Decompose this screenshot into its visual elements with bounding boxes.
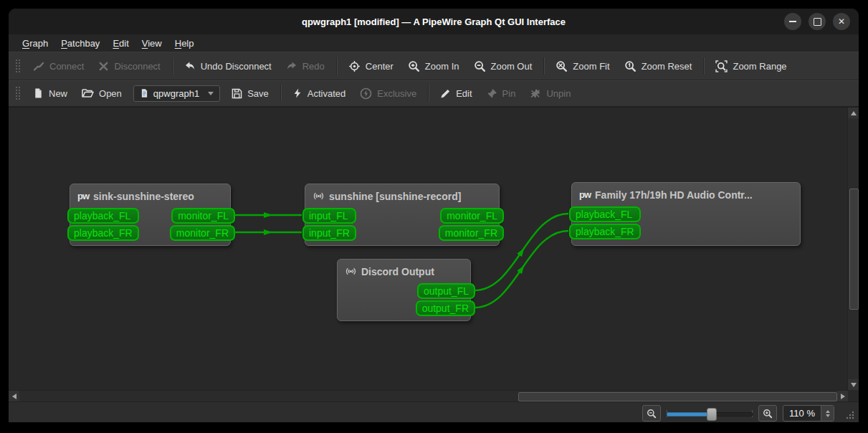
close-icon: ✕ [838,16,845,27]
wire-arrow [517,264,526,274]
scroll-down-button[interactable] [848,379,859,390]
port-monitor-fl[interactable]: monitor_FL [440,208,504,224]
unpin-button[interactable]: Unpin [523,85,578,103]
port-output-fr[interactable]: output_FR [416,300,475,316]
node-discord-output[interactable]: Discord Output output_FL output_FR [337,259,471,321]
toolbar-separator [280,85,281,102]
menu-patchbay[interactable]: Patchbay [54,37,106,50]
graph-canvas[interactable]: pw sink-sunshine-stereo playback_FL play… [9,107,859,401]
zoom-slider-handle[interactable] [707,408,717,421]
port-playback-fr[interactable]: playback_FR [67,225,139,241]
port-input-fl[interactable]: input_FL [302,208,356,224]
toolbar-separator [703,57,704,75]
undo-button[interactable]: Undo Disconnect [177,57,279,75]
maximize-button[interactable] [809,13,826,30]
undo-icon [184,60,196,72]
toolbar-drag-handle[interactable] [15,86,21,100]
menu-edit[interactable]: Edit [106,37,135,50]
node-title: Family 17h/19h HD Audio Contr... [595,189,753,201]
connect-button[interactable]: Connect [26,57,91,75]
statusbar-zoom-out-button[interactable] [642,405,661,422]
port-monitor-fl[interactable]: monitor_FL [171,208,235,224]
app-window: qpwgraph1 [modified] — A PipeWire Graph … [9,9,859,422]
vertical-scrollbar-thumb[interactable] [849,189,859,310]
horizontal-scrollbar[interactable] [9,390,848,401]
port-output-fl[interactable]: output_FL [417,283,475,299]
maximize-icon [814,18,821,26]
arrow-up-icon [851,111,857,115]
port-playback-fl[interactable]: playback_FL [569,206,641,222]
graph-toolbar: Connect Disconnect Undo Disconnect Redo … [9,52,859,80]
open-folder-icon [82,87,94,99]
resize-grip[interactable] [845,410,855,420]
activated-toggle[interactable]: Activated [285,84,353,103]
zoom-reset-icon [624,60,636,72]
zoom-percent-spinbox[interactable]: 110 % [783,405,834,422]
port-monitor-fr[interactable]: monitor_FR [170,225,235,241]
wire-arrow [264,212,272,218]
zoom-out-button[interactable]: Zoom Out [467,57,540,76]
close-button[interactable]: ✕ [833,13,850,30]
spinbox-buttons[interactable] [821,406,834,421]
menu-view[interactable]: View [135,37,168,50]
scroll-up-button[interactable] [848,108,859,118]
toolbar-drag-handle[interactable] [15,59,21,73]
patchbay-toolbar: New Open qpwgraph1 Save Activated Exclus… [9,80,859,107]
patchbay-file-icon [140,88,149,98]
zoom-in-button[interactable]: Zoom In [401,57,467,76]
new-button[interactable]: New [26,84,75,103]
spin-down-icon [826,414,830,417]
zoom-slider[interactable] [667,406,753,421]
open-button[interactable]: Open [75,84,129,103]
toolbar-separator [172,57,173,75]
vertical-scrollbar[interactable] [847,108,859,390]
port-playback-fl[interactable]: playback_FL [67,208,139,224]
save-button[interactable]: Save [224,85,276,103]
zoom-range-icon [715,60,728,72]
new-file-icon [33,87,44,99]
node-sink-sunshine-stereo[interactable]: pw sink-sunshine-stereo playback_FL play… [70,184,231,246]
zoom-out-icon [474,60,486,72]
port-playback-fr[interactable]: playback_FR [569,224,641,239]
menu-help[interactable]: Help [168,37,201,50]
zoom-percent-value: 110 % [783,408,821,419]
edit-button[interactable]: Edit [433,85,479,103]
statusbar: 110 % [9,401,859,422]
center-icon [348,60,361,72]
disconnect-icon [98,61,109,72]
port-monitor-fr[interactable]: monitor_FR [439,225,504,241]
scroll-left-button[interactable] [9,391,19,401]
unpin-icon [530,88,541,99]
spin-up-icon [826,410,830,413]
arrow-left-icon [12,394,16,399]
node-family-hd-audio[interactable]: pw Family 17h/19h HD Audio Contr... play… [571,182,801,246]
menu-graph[interactable]: Graph [16,37,54,50]
minimize-button[interactable] [784,13,801,30]
disconnect-button[interactable]: Disconnect [91,57,167,75]
pencil-icon [440,88,451,99]
broadcast-icon [345,265,357,277]
redo-button[interactable]: Redo [279,57,332,75]
node-title: Discord Output [361,266,434,277]
pin-button[interactable]: Pin [480,85,523,103]
wire-arrow [517,247,526,257]
toolbar-separator [336,57,337,75]
save-icon [232,88,242,99]
zoom-fit-icon [555,60,568,72]
zoom-reset-button[interactable]: Zoom Reset [617,57,700,76]
node-title: sunshine [sunshine-record] [329,191,461,202]
port-input-fr[interactable]: input_FR [302,225,356,241]
patchbay-file-select[interactable]: qpwgraph1 [133,85,220,102]
scroll-right-button[interactable] [837,391,848,401]
pipewire-icon: pw [579,189,591,200]
exclusive-toggle[interactable]: Exclusive [353,84,424,103]
node-sunshine[interactable]: sunshine [sunshine-record] input_FL inpu… [305,184,500,246]
center-button[interactable]: Center [341,57,401,76]
zoom-range-button[interactable]: Zoom Range [708,57,793,76]
zoom-fit-button[interactable]: Zoom Fit [548,57,616,76]
arrow-down-icon [851,383,857,387]
statusbar-zoom-in-button[interactable] [758,405,777,422]
window-title: qpwgraph1 [modified] — A PipeWire Graph … [302,16,566,27]
zoom-slider-fill [667,412,712,417]
horizontal-scrollbar-thumb[interactable] [518,392,837,401]
